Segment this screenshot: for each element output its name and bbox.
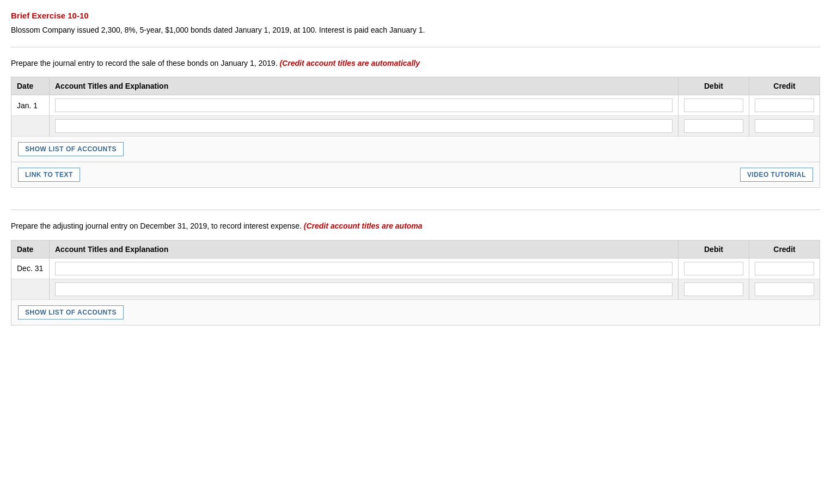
account-cell-2 — [50, 116, 679, 137]
exercise-title: Brief Exercise 10-10 — [11, 11, 820, 20]
debit-cell-2 — [679, 116, 749, 137]
link-to-text-button[interactable]: LINK TO TEXT — [18, 168, 80, 182]
debit-input-s2-1[interactable] — [684, 262, 743, 275]
col2-header-account: Account Titles and Explanation — [50, 240, 679, 258]
section2-instruction: Prepare the adjusting journal entry on D… — [11, 220, 820, 232]
date-cell-2 — [11, 116, 50, 137]
section-2: Prepare the adjusting journal entry on D… — [11, 210, 820, 325]
section1-journal-table: Date Account Titles and Explanation Debi… — [11, 77, 820, 137]
section-1: Prepare the journal entry to record the … — [11, 47, 820, 188]
col-header-debit: Debit — [679, 77, 749, 95]
show-accounts-button-2[interactable]: SHOW LIST OF ACCOUNTS — [18, 305, 124, 319]
table-row — [11, 279, 820, 299]
col2-header-debit: Debit — [679, 240, 749, 258]
section2-journal-table: Date Account Titles and Explanation Debi… — [11, 240, 820, 300]
date-cell-1: Jan. 1 — [11, 95, 50, 116]
col2-header-credit: Credit — [749, 240, 820, 258]
show-accounts-row: SHOW LIST OF ACCOUNTS — [11, 137, 820, 162]
credit-cell-s2-1 — [749, 258, 820, 279]
show-accounts-button[interactable]: SHOW LIST OF ACCOUNTS — [18, 142, 124, 156]
section2-credit-note: (Credit account titles are automa — [304, 222, 423, 230]
table-row: Jan. 1 — [11, 95, 820, 116]
credit-cell-1 — [749, 95, 820, 116]
col2-header-date: Date — [11, 240, 50, 258]
account-input-1[interactable] — [55, 99, 673, 112]
show-accounts-row-2: SHOW LIST OF ACCOUNTS — [11, 300, 820, 325]
account-input-2[interactable] — [55, 119, 673, 133]
debit-input-2[interactable] — [684, 119, 743, 133]
date-cell-s2-1: Dec. 31 — [11, 258, 50, 279]
credit-input-2[interactable] — [755, 119, 814, 133]
video-tutorial-button[interactable]: VIDEO TUTORIAL — [740, 168, 813, 182]
link-video-row: LINK TO TEXT VIDEO TUTORIAL — [11, 162, 820, 188]
debit-cell-s2-1 — [679, 258, 749, 279]
col-header-credit: Credit — [749, 77, 820, 95]
account-input-s2-1[interactable] — [55, 262, 673, 275]
debit-cell-1 — [679, 95, 749, 116]
credit-input-s2-2[interactable] — [755, 282, 814, 296]
date-cell-s2-2 — [11, 279, 50, 299]
credit-input-1[interactable] — [755, 99, 814, 112]
debit-input-1[interactable] — [684, 99, 743, 112]
credit-cell-2 — [749, 116, 820, 137]
account-cell-1 — [50, 95, 679, 116]
table-row: Dec. 31 — [11, 258, 820, 279]
section1-instruction: Prepare the journal entry to record the … — [11, 57, 820, 69]
table-row — [11, 116, 820, 137]
account-input-s2-2[interactable] — [55, 282, 673, 296]
section2-instruction-text: Prepare the adjusting journal entry on D… — [11, 222, 302, 230]
credit-cell-s2-2 — [749, 279, 820, 299]
exercise-description: Blossom Company issued 2,300, 8%, 5-year… — [11, 24, 820, 36]
account-cell-s2-2 — [50, 279, 679, 299]
account-cell-s2-1 — [50, 258, 679, 279]
col-header-date: Date — [11, 77, 50, 95]
debit-cell-s2-2 — [679, 279, 749, 299]
section1-credit-note: (Credit account titles are automatically — [279, 59, 420, 67]
col-header-account: Account Titles and Explanation — [50, 77, 679, 95]
section1-instruction-text: Prepare the journal entry to record the … — [11, 59, 278, 67]
credit-input-s2-1[interactable] — [755, 262, 814, 275]
debit-input-s2-2[interactable] — [684, 282, 743, 296]
